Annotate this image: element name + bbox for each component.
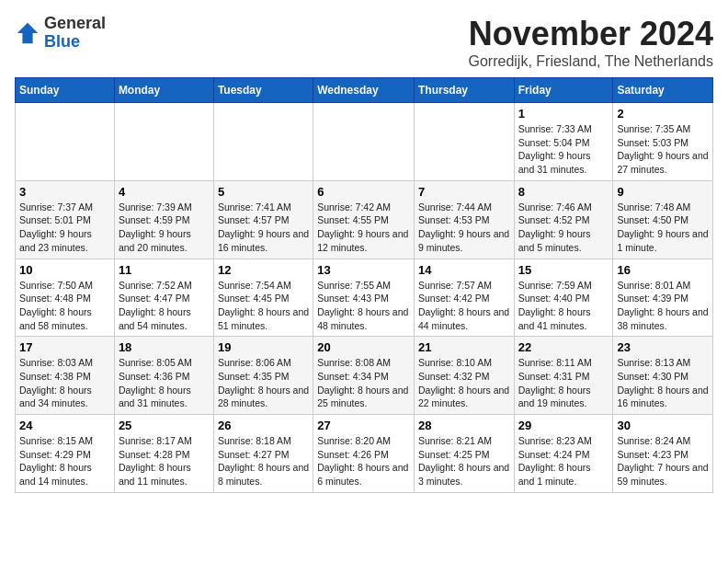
calendar-cell: 19Sunrise: 8:06 AM Sunset: 4:35 PM Dayli… <box>213 337 313 415</box>
day-number: 16 <box>617 263 709 277</box>
header: General Blue November 2024 Gorredijk, Fr… <box>15 15 713 70</box>
calendar-cell: 10Sunrise: 7:50 AM Sunset: 4:48 PM Dayli… <box>16 259 115 337</box>
day-info: Sunrise: 8:06 AM Sunset: 4:35 PM Dayligh… <box>218 356 309 410</box>
day-number: 13 <box>317 263 410 277</box>
calendar-cell: 21Sunrise: 8:10 AM Sunset: 4:32 PM Dayli… <box>414 337 514 415</box>
calendar-cell: 25Sunrise: 8:17 AM Sunset: 4:28 PM Dayli… <box>114 415 213 493</box>
day-info: Sunrise: 7:39 AM Sunset: 4:59 PM Dayligh… <box>119 201 210 255</box>
day-info: Sunrise: 8:11 AM Sunset: 4:31 PM Dayligh… <box>518 356 609 410</box>
calendar-cell: 26Sunrise: 8:18 AM Sunset: 4:27 PM Dayli… <box>213 415 313 493</box>
day-info: Sunrise: 7:57 AM Sunset: 4:42 PM Dayligh… <box>418 279 510 333</box>
day-number: 6 <box>317 185 410 199</box>
day-number: 5 <box>218 185 309 199</box>
day-info: Sunrise: 8:10 AM Sunset: 4:32 PM Dayligh… <box>418 356 510 410</box>
day-number: 21 <box>418 340 510 354</box>
day-info: Sunrise: 8:20 AM Sunset: 4:26 PM Dayligh… <box>317 434 410 488</box>
month-title: November 2024 <box>469 15 714 53</box>
calendar-cell: 4Sunrise: 7:39 AM Sunset: 4:59 PM Daylig… <box>114 180 213 259</box>
weekday-header: Monday <box>114 78 213 103</box>
day-info: Sunrise: 7:37 AM Sunset: 5:01 PM Dayligh… <box>19 201 110 255</box>
day-info: Sunrise: 8:15 AM Sunset: 4:29 PM Dayligh… <box>19 434 110 488</box>
day-info: Sunrise: 8:13 AM Sunset: 4:30 PM Dayligh… <box>617 356 709 410</box>
day-info: Sunrise: 8:03 AM Sunset: 4:38 PM Dayligh… <box>19 356 110 410</box>
day-number: 29 <box>518 419 609 432</box>
calendar-cell: 22Sunrise: 8:11 AM Sunset: 4:31 PM Dayli… <box>514 337 613 415</box>
day-info: Sunrise: 8:05 AM Sunset: 4:36 PM Dayligh… <box>119 356 210 410</box>
weekday-header: Friday <box>514 78 613 103</box>
calendar-cell: 1Sunrise: 7:33 AM Sunset: 5:04 PM Daylig… <box>514 103 613 181</box>
weekday-header: Saturday <box>613 78 713 103</box>
calendar-cell: 11Sunrise: 7:52 AM Sunset: 4:47 PM Dayli… <box>114 259 213 337</box>
day-number: 26 <box>218 419 309 432</box>
day-number: 24 <box>19 419 110 432</box>
calendar-cell <box>114 103 213 181</box>
calendar-cell: 13Sunrise: 7:55 AM Sunset: 4:43 PM Dayli… <box>313 259 415 337</box>
day-info: Sunrise: 7:44 AM Sunset: 4:53 PM Dayligh… <box>418 201 510 255</box>
day-info: Sunrise: 7:54 AM Sunset: 4:45 PM Dayligh… <box>218 279 309 333</box>
day-info: Sunrise: 7:46 AM Sunset: 4:52 PM Dayligh… <box>518 201 609 255</box>
calendar-cell: 23Sunrise: 8:13 AM Sunset: 4:30 PM Dayli… <box>613 337 713 415</box>
day-info: Sunrise: 8:01 AM Sunset: 4:39 PM Dayligh… <box>617 279 709 333</box>
day-info: Sunrise: 7:33 AM Sunset: 5:04 PM Dayligh… <box>518 122 609 177</box>
calendar-week-row: 3Sunrise: 7:37 AM Sunset: 5:01 PM Daylig… <box>16 180 713 259</box>
weekday-header: Thursday <box>414 78 514 103</box>
day-info: Sunrise: 7:52 AM Sunset: 4:47 PM Dayligh… <box>119 279 210 333</box>
calendar-cell: 14Sunrise: 7:57 AM Sunset: 4:42 PM Dayli… <box>414 259 514 337</box>
day-number: 22 <box>518 340 609 354</box>
calendar-cell: 2Sunrise: 7:35 AM Sunset: 5:03 PM Daylig… <box>613 103 713 181</box>
calendar-cell: 9Sunrise: 7:48 AM Sunset: 4:50 PM Daylig… <box>613 180 713 259</box>
day-info: Sunrise: 8:21 AM Sunset: 4:25 PM Dayligh… <box>418 434 510 488</box>
calendar-week-row: 10Sunrise: 7:50 AM Sunset: 4:48 PM Dayli… <box>16 259 713 337</box>
day-info: Sunrise: 8:17 AM Sunset: 4:28 PM Dayligh… <box>119 434 210 488</box>
day-info: Sunrise: 7:42 AM Sunset: 4:55 PM Dayligh… <box>317 201 410 255</box>
calendar-week-row: 17Sunrise: 8:03 AM Sunset: 4:38 PM Dayli… <box>16 337 713 415</box>
logo: General Blue <box>15 15 106 52</box>
calendar-cell <box>313 103 415 181</box>
day-info: Sunrise: 7:55 AM Sunset: 4:43 PM Dayligh… <box>317 279 410 333</box>
calendar: SundayMondayTuesdayWednesdayThursdayFrid… <box>15 77 713 493</box>
calendar-cell: 24Sunrise: 8:15 AM Sunset: 4:29 PM Dayli… <box>16 415 115 493</box>
calendar-cell: 3Sunrise: 7:37 AM Sunset: 5:01 PM Daylig… <box>16 180 115 259</box>
day-number: 1 <box>518 107 609 121</box>
calendar-cell: 6Sunrise: 7:42 AM Sunset: 4:55 PM Daylig… <box>313 180 415 259</box>
day-number: 14 <box>418 263 510 277</box>
day-number: 30 <box>617 419 709 432</box>
title-area: November 2024 Gorredijk, Friesland, The … <box>469 15 714 70</box>
calendar-cell: 28Sunrise: 8:21 AM Sunset: 4:25 PM Dayli… <box>414 415 514 493</box>
logo-text: General Blue <box>44 15 106 52</box>
day-number: 23 <box>617 340 709 354</box>
calendar-cell <box>213 103 313 181</box>
calendar-week-row: 1Sunrise: 7:33 AM Sunset: 5:04 PM Daylig… <box>16 103 713 181</box>
calendar-header-row: SundayMondayTuesdayWednesdayThursdayFrid… <box>16 78 713 103</box>
calendar-cell: 20Sunrise: 8:08 AM Sunset: 4:34 PM Dayli… <box>313 337 415 415</box>
weekday-header: Wednesday <box>313 78 415 103</box>
calendar-cell: 5Sunrise: 7:41 AM Sunset: 4:57 PM Daylig… <box>213 180 313 259</box>
day-number: 17 <box>19 340 110 354</box>
day-number: 4 <box>119 185 210 199</box>
day-info: Sunrise: 8:23 AM Sunset: 4:24 PM Dayligh… <box>518 434 609 488</box>
calendar-cell: 30Sunrise: 8:24 AM Sunset: 4:23 PM Dayli… <box>613 415 713 493</box>
day-info: Sunrise: 8:08 AM Sunset: 4:34 PM Dayligh… <box>317 356 410 410</box>
svg-marker-0 <box>17 23 38 43</box>
calendar-cell: 12Sunrise: 7:54 AM Sunset: 4:45 PM Dayli… <box>213 259 313 337</box>
day-info: Sunrise: 8:18 AM Sunset: 4:27 PM Dayligh… <box>218 434 309 488</box>
day-number: 25 <box>119 419 210 432</box>
calendar-cell: 8Sunrise: 7:46 AM Sunset: 4:52 PM Daylig… <box>514 180 613 259</box>
day-number: 27 <box>317 419 410 432</box>
day-info: Sunrise: 8:24 AM Sunset: 4:23 PM Dayligh… <box>617 434 709 488</box>
calendar-cell: 17Sunrise: 8:03 AM Sunset: 4:38 PM Dayli… <box>16 337 115 415</box>
calendar-cell: 18Sunrise: 8:05 AM Sunset: 4:36 PM Dayli… <box>114 337 213 415</box>
day-info: Sunrise: 7:59 AM Sunset: 4:40 PM Dayligh… <box>518 279 609 333</box>
calendar-week-row: 24Sunrise: 8:15 AM Sunset: 4:29 PM Dayli… <box>16 415 713 493</box>
day-number: 3 <box>19 185 110 199</box>
day-number: 9 <box>617 185 709 199</box>
day-number: 10 <box>19 263 110 277</box>
day-number: 28 <box>418 419 510 432</box>
day-info: Sunrise: 7:50 AM Sunset: 4:48 PM Dayligh… <box>19 279 110 333</box>
calendar-cell <box>16 103 115 181</box>
day-number: 19 <box>218 340 309 354</box>
day-number: 18 <box>119 340 210 354</box>
day-number: 15 <box>518 263 609 277</box>
day-info: Sunrise: 7:48 AM Sunset: 4:50 PM Dayligh… <box>617 201 709 255</box>
day-number: 2 <box>617 107 709 121</box>
